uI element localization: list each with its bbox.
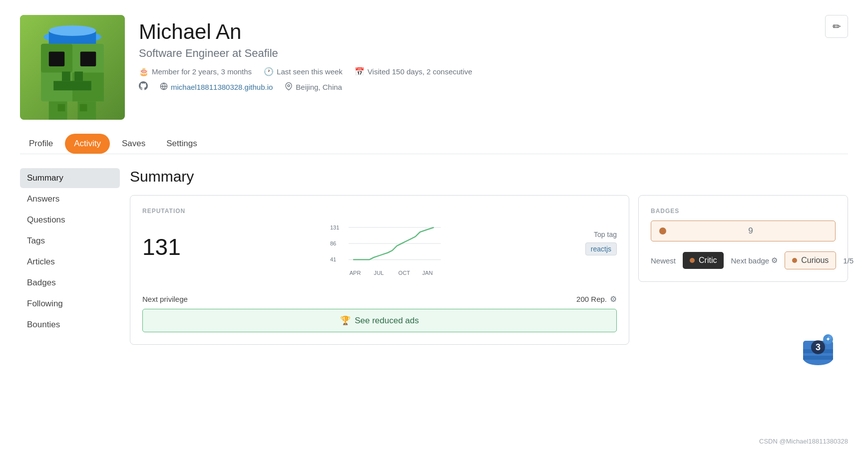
sidebar-item-tags[interactable]: Tags xyxy=(20,231,120,251)
privilege-button[interactable]: 🏆 See reduced ads xyxy=(142,309,617,332)
profile-info: Michael An Software Engineer at Seafile … xyxy=(139,15,848,93)
profile-title: Software Engineer at Seafile xyxy=(139,47,848,60)
cards-row: REPUTATION 131 131 xyxy=(130,195,848,345)
profile-header: Michael An Software Engineer at Seafile … xyxy=(20,15,848,120)
critic-badge[interactable]: Critic xyxy=(683,252,724,269)
website-link[interactable]: michael18811380328.github.io xyxy=(160,82,273,92)
next-badge-label: Next badge ⚙ xyxy=(731,256,778,265)
avatar xyxy=(20,15,125,120)
sidebar-item-following[interactable]: Following xyxy=(20,294,120,314)
tab-saves[interactable]: Saves xyxy=(113,134,154,154)
reputation-value: 131 xyxy=(142,235,181,258)
svg-point-3 xyxy=(49,25,96,36)
badge-progress: 1/5 xyxy=(843,256,854,265)
content-title: Summary xyxy=(130,168,848,185)
svg-point-19 xyxy=(288,84,290,86)
newest-label: Newest xyxy=(651,256,676,265)
sidebar-item-summary[interactable]: Summary xyxy=(20,168,120,188)
reputation-card: REPUTATION 131 131 xyxy=(130,195,629,345)
member-since: 🎂 Member for 2 years, 3 months xyxy=(139,67,252,76)
github-link[interactable] xyxy=(139,81,148,93)
reputation-label: REPUTATION xyxy=(142,208,617,215)
profile-name: Michael An xyxy=(139,20,848,44)
tab-settings[interactable]: Settings xyxy=(157,134,206,154)
location: Beijing, China xyxy=(285,82,342,92)
trophy-icon: 🏆 xyxy=(340,315,351,326)
sidebar-item-answers[interactable]: Answers xyxy=(20,189,120,209)
profile-links: michael18811380328.github.io Beijing, Ch… xyxy=(139,81,848,93)
rep-main-row: 131 131 86 41 xyxy=(142,221,617,282)
svg-text:JUL: JUL xyxy=(374,270,384,276)
sidebar-item-articles[interactable]: Articles xyxy=(20,252,120,272)
badges-card: BADGES 9 Newest Critic Next badge xyxy=(638,195,848,282)
visited-days: 📅 Visited 150 days, 2 consecutive xyxy=(355,67,472,76)
svg-rect-7 xyxy=(49,52,65,66)
curious-badge[interactable]: Curious xyxy=(785,251,836,269)
globe-icon xyxy=(160,82,168,92)
svg-text:OCT: OCT xyxy=(398,270,410,276)
top-tag-box: Top tag reactjs xyxy=(585,230,617,255)
badges-bottom: Newest Critic Next badge ⚙ Curious xyxy=(651,251,836,269)
sidebar-item-bounties[interactable]: Bounties xyxy=(20,315,120,335)
svg-rect-12 xyxy=(83,81,91,90)
tab-activity[interactable]: Activity xyxy=(65,134,110,154)
svg-rect-13 xyxy=(62,81,83,90)
chart-area: 131 86 41 APR JUL OCT JAN xyxy=(191,221,617,282)
last-seen: 🕐 Last seen this week xyxy=(264,67,343,76)
sidebar: Summary Answers Questions Tags Articles … xyxy=(20,168,120,345)
svg-text:✦: ✦ xyxy=(826,336,831,343)
svg-rect-11 xyxy=(53,81,62,90)
critic-dot xyxy=(690,258,695,263)
svg-rect-9 xyxy=(62,71,70,81)
svg-text:JAN: JAN xyxy=(422,270,433,276)
privilege-gear-icon[interactable]: ⚙ xyxy=(610,294,617,304)
svg-text:86: 86 xyxy=(330,240,336,246)
beanie-decoration: 3 ✦ xyxy=(798,328,838,370)
badges-label: BADGES xyxy=(651,208,836,215)
svg-text:3: 3 xyxy=(816,342,821,352)
next-privilege-rep: 200 Rep. ⚙ xyxy=(576,294,617,304)
bronze-badge-count: 9 xyxy=(674,226,827,236)
svg-text:APR: APR xyxy=(349,270,361,276)
next-privilege-row: Next privilege 200 Rep. ⚙ xyxy=(142,294,617,304)
location-icon xyxy=(285,82,293,92)
svg-rect-33 xyxy=(803,356,833,360)
svg-rect-17 xyxy=(80,104,87,112)
svg-rect-16 xyxy=(58,104,65,112)
next-privilege-label: Next privilege xyxy=(142,295,188,303)
svg-text:131: 131 xyxy=(330,225,339,230)
cake-icon: 🎂 xyxy=(139,67,149,76)
main-content: Summary Answers Questions Tags Articles … xyxy=(20,168,848,345)
bronze-badge-row: 9 xyxy=(651,221,836,241)
clock-icon: 🕐 xyxy=(264,67,274,76)
watermark: CSDN @Michael18811380328 xyxy=(759,438,848,445)
github-icon xyxy=(139,81,148,93)
tabs: Profile Activity Saves Settings xyxy=(20,134,848,154)
content-area: Summary REPUTATION 131 xyxy=(130,168,848,345)
svg-rect-8 xyxy=(80,52,96,66)
top-tag-badge[interactable]: reactjs xyxy=(585,242,617,255)
tab-profile[interactable]: Profile xyxy=(20,134,62,154)
edit-button[interactable]: ✏ xyxy=(825,15,848,38)
calendar-icon: 📅 xyxy=(355,67,365,76)
bronze-dot xyxy=(659,227,666,234)
sidebar-item-questions[interactable]: Questions xyxy=(20,210,120,230)
svg-rect-10 xyxy=(74,71,83,81)
sidebar-item-badges[interactable]: Badges xyxy=(20,273,120,293)
top-tag-label: Top tag xyxy=(594,230,617,238)
next-badge-gear-icon[interactable]: ⚙ xyxy=(771,256,778,265)
profile-meta: 🎂 Member for 2 years, 3 months 🕐 Last se… xyxy=(139,67,848,76)
curious-dot xyxy=(792,258,797,263)
svg-text:41: 41 xyxy=(330,256,336,262)
